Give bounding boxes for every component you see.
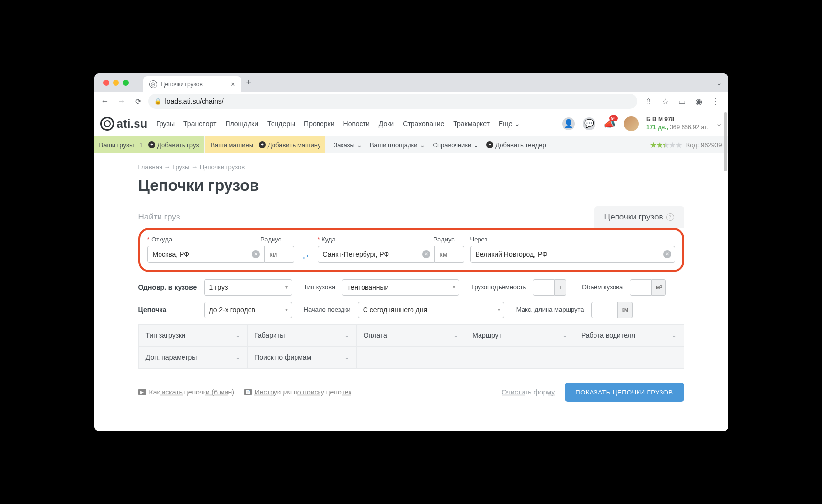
- from-input[interactable]: [147, 246, 265, 263]
- new-tab-button[interactable]: +: [246, 77, 251, 88]
- from-label: Откуда: [147, 236, 172, 243]
- breadcrumb-section[interactable]: Грузы: [172, 163, 189, 171]
- filter-route[interactable]: Маршрут⌄: [465, 325, 574, 347]
- nav-item[interactable]: Тендеры: [267, 120, 295, 128]
- notification-badge: 9+: [609, 115, 618, 121]
- chain-select[interactable]: до 2-х городов: [204, 302, 292, 318]
- browser-tab[interactable]: ◎ Цепочки грузов ×: [143, 76, 241, 92]
- clear-form-link[interactable]: Очистить форму: [502, 388, 555, 396]
- breadcrumb-home[interactable]: Главная: [138, 163, 162, 171]
- profile-search-icon[interactable]: 👤: [562, 117, 575, 130]
- to-label: Куда: [318, 236, 336, 243]
- from-radius-input[interactable]: [265, 246, 294, 263]
- your-cargo-link[interactable]: Ваши грузы 1: [99, 141, 143, 149]
- filter-dimensions[interactable]: Габариты⌄: [248, 325, 357, 347]
- chevron-down-icon: ⌄: [235, 332, 240, 339]
- tab-close-icon[interactable]: ×: [231, 80, 235, 88]
- back-button[interactable]: ←: [98, 94, 112, 108]
- your-sites-dropdown[interactable]: Ваши площадки ⌄: [370, 141, 425, 149]
- avatar[interactable]: [624, 116, 639, 131]
- start-label: Начало поездки: [304, 306, 351, 313]
- filter-loading-type[interactable]: Тип загрузки⌄: [139, 325, 248, 347]
- user-name: Б В М 978: [646, 116, 708, 124]
- user-block[interactable]: Б В М 978 171 дн., 369 666.92 ат.: [646, 116, 708, 131]
- browser-window: ◎ Цепочки грузов × + ⌄ ← → ⟳ 🔒 loads.ati…: [94, 73, 728, 431]
- nav-item-more[interactable]: Еще ⌄: [499, 120, 520, 128]
- window-minimize-icon[interactable]: [113, 80, 119, 86]
- document-icon: 📄: [244, 389, 252, 395]
- tab-chains[interactable]: Цепочки грузов ?: [594, 206, 684, 228]
- nav-item[interactable]: Доки: [379, 120, 394, 128]
- nav-item[interactable]: Площадки: [225, 120, 258, 128]
- capacity-unit: т: [555, 279, 566, 296]
- filter-payment[interactable]: Оплата⌄: [357, 325, 466, 347]
- clear-to-icon[interactable]: ✕: [422, 250, 430, 258]
- filter-extra[interactable]: Доп. параметры⌄: [139, 347, 248, 369]
- filter-driver-work[interactable]: Работа водителя⌄: [574, 325, 684, 347]
- volume-input[interactable]: [630, 279, 652, 296]
- chevron-down-icon[interactable]: ⌄: [716, 119, 722, 128]
- code-label: Код: 962939: [686, 141, 722, 149]
- panel-icon[interactable]: ▭: [675, 94, 689, 108]
- add-truck-button[interactable]: + Добавить машину: [259, 141, 321, 149]
- video-help-link[interactable]: ▶ Как искать цепочки (6 мин): [138, 388, 234, 396]
- maxlen-input[interactable]: [591, 302, 618, 318]
- tab-bar: ◎ Цепочки грузов × + ⌄: [94, 73, 728, 92]
- plus-icon: +: [486, 141, 493, 148]
- add-tender-button[interactable]: + Добавить тендер: [486, 141, 546, 149]
- your-trucks-link[interactable]: Ваши машины: [210, 141, 253, 149]
- nav-item[interactable]: Грузы: [156, 120, 175, 128]
- favicon-icon: ◎: [149, 80, 157, 88]
- notification-icon[interactable]: 📣9+: [603, 117, 616, 130]
- filter-firms[interactable]: Поиск по фирмам⌄: [248, 347, 357, 369]
- plus-icon: +: [148, 141, 155, 148]
- refs-dropdown[interactable]: Справочники ⌄: [433, 141, 479, 149]
- manual-link[interactable]: 📄 Инструкция по поиску цепочек: [244, 388, 352, 396]
- window-zoom-icon[interactable]: [123, 80, 129, 86]
- chain-label: Цепочка: [138, 306, 197, 314]
- submit-button[interactable]: ПОКАЗАТЬ ЦЕПОЧКИ ГРУЗОВ: [565, 383, 684, 402]
- tab-title: Цепочки грузов: [161, 81, 203, 88]
- via-input[interactable]: [470, 246, 675, 263]
- orders-dropdown[interactable]: Заказы ⌄: [333, 141, 362, 149]
- menu-icon[interactable]: ⋮: [708, 94, 722, 108]
- window-close-icon[interactable]: [103, 80, 109, 86]
- body-type-select[interactable]: тентованный: [342, 279, 459, 296]
- rating-stars[interactable]: ★★★★★★: [650, 140, 682, 150]
- chat-icon[interactable]: 💬: [583, 117, 595, 130]
- nav-item[interactable]: Новости: [343, 120, 370, 128]
- nav-item[interactable]: Тракмаркет: [453, 120, 490, 128]
- lock-icon: 🔒: [154, 98, 161, 105]
- simul-select[interactable]: 1 груз: [204, 279, 292, 296]
- filter-grid: Тип загрузки⌄ Габариты⌄ Оплата⌄ Маршрут⌄…: [138, 324, 684, 369]
- address-bar[interactable]: 🔒 loads.ati.su/chains/: [148, 94, 637, 109]
- share-icon[interactable]: ⇪: [642, 94, 656, 108]
- capacity-label: Грузоподъёмность: [471, 284, 526, 291]
- swap-button[interactable]: ⇄: [300, 253, 312, 263]
- logo-text: ati.su: [117, 117, 148, 131]
- clear-via-icon[interactable]: ✕: [663, 250, 671, 258]
- start-select[interactable]: С сегодняшнего дня: [358, 302, 504, 318]
- nav-item[interactable]: Страхование: [403, 120, 444, 128]
- forward-button[interactable]: →: [115, 94, 129, 108]
- nav-item[interactable]: Проверки: [304, 120, 334, 128]
- form-footer: ▶ Как искать цепочки (6 мин) 📄 Инструкци…: [138, 383, 684, 402]
- tabs-menu-icon[interactable]: ⌄: [716, 79, 722, 87]
- user-days: 171 дн.,: [646, 124, 668, 131]
- logo[interactable]: ati.su: [100, 117, 148, 131]
- nav-item[interactable]: Транспорт: [183, 120, 216, 128]
- to-radius-input[interactable]: [435, 246, 464, 263]
- bookmark-icon[interactable]: ☆: [659, 94, 672, 108]
- user-balance: 369 666.92 ат.: [670, 124, 708, 131]
- capacity-input[interactable]: [533, 279, 555, 296]
- filter-empty: [465, 347, 574, 369]
- to-input[interactable]: [318, 246, 435, 263]
- reload-button[interactable]: ⟳: [132, 94, 145, 108]
- simul-label: Одновр. в кузове: [138, 284, 197, 291]
- help-icon[interactable]: ?: [666, 213, 674, 221]
- add-cargo-button[interactable]: + Добавить груз: [148, 141, 199, 149]
- maxlen-label: Макс. длина маршрута: [516, 306, 584, 313]
- extension-icon[interactable]: ◉: [692, 94, 706, 108]
- tab-find-cargo[interactable]: Найти груз: [138, 206, 180, 228]
- clear-from-icon[interactable]: ✕: [252, 250, 260, 258]
